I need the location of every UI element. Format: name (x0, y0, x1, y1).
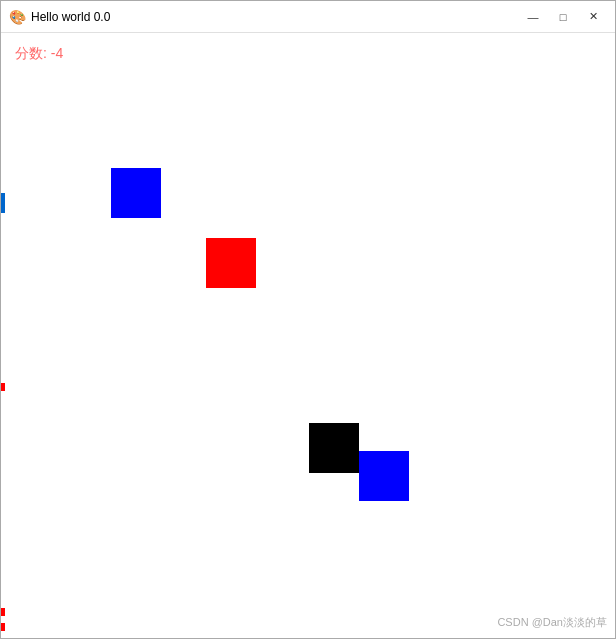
minimize-button[interactable]: — (519, 7, 547, 27)
close-button[interactable]: ✕ (579, 7, 607, 27)
window-title: Hello world 0.0 (31, 10, 110, 24)
watermark: CSDN @Dan淡淡的草 (497, 615, 607, 630)
app-window: 🎨 Hello world 0.0 — □ ✕ 分数: -4 CSDN @Dan… (0, 0, 616, 639)
block-blue-top (111, 168, 161, 218)
left-red-accent-1 (1, 383, 5, 391)
left-red-accent-3 (1, 623, 5, 631)
maximize-button[interactable]: □ (549, 7, 577, 27)
window-controls: — □ ✕ (519, 7, 607, 27)
block-red (206, 238, 256, 288)
title-bar: 🎨 Hello world 0.0 — □ ✕ (1, 1, 615, 33)
title-bar-left: 🎨 Hello world 0.0 (9, 9, 110, 25)
game-canvas: 分数: -4 CSDN @Dan淡淡的草 (1, 33, 615, 638)
app-icon: 🎨 (9, 9, 25, 25)
left-red-accent-2 (1, 608, 5, 616)
block-black (309, 423, 359, 473)
left-blue-accent (1, 193, 5, 213)
block-blue-bottom (359, 451, 409, 501)
score-display: 分数: -4 (15, 45, 63, 63)
